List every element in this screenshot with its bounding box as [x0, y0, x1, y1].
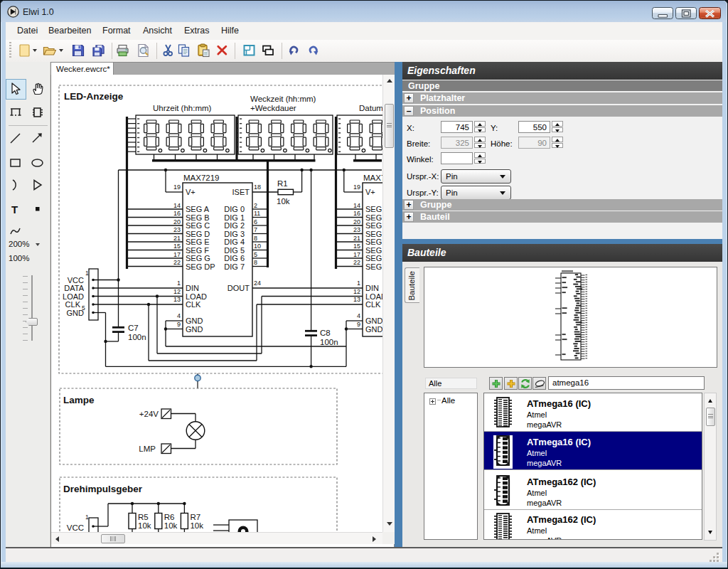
svg-text:11: 11 [254, 210, 260, 217]
svg-text:GND: GND [365, 317, 382, 325]
svg-text:12: 12 [173, 288, 181, 295]
svg-text:CLK: CLK [65, 300, 81, 309]
svg-text:100n: 100n [320, 338, 338, 346]
svg-text:SEG G: SEG G [186, 254, 210, 262]
svg-text:23: 23 [353, 226, 360, 233]
svg-text:GND: GND [186, 317, 203, 325]
svg-text:1: 1 [177, 280, 181, 287]
svg-text:DIN: DIN [365, 284, 379, 292]
svg-text:SEG DP: SEG DP [186, 262, 215, 271]
svg-text:12: 12 [353, 288, 360, 295]
svg-text:21: 21 [173, 235, 181, 242]
svg-text:DATA: DATA [64, 284, 84, 292]
svg-text:2: 2 [254, 202, 257, 209]
svg-text:15: 15 [353, 243, 360, 250]
svg-text:DIN: DIN [186, 284, 199, 292]
svg-text:SEG B: SEG B [365, 213, 382, 222]
svg-text:1: 1 [85, 270, 89, 277]
svg-text:SEG G: SEG G [365, 254, 382, 262]
svg-text:SEG D: SEG D [365, 230, 382, 238]
svg-text:V+: V+ [186, 188, 196, 196]
svg-text:VCC: VCC [67, 523, 84, 532]
svg-text:19: 19 [173, 184, 181, 191]
svg-text:5: 5 [82, 304, 85, 312]
svg-text:13: 13 [173, 296, 181, 303]
svg-text:9: 9 [357, 321, 360, 328]
svg-text:DIG 5: DIG 5 [224, 246, 245, 255]
svg-text:100n: 100n [128, 333, 146, 341]
svg-text:SEG E: SEG E [365, 238, 382, 246]
svg-text:22: 22 [353, 259, 360, 266]
svg-text:LOAD: LOAD [365, 292, 382, 301]
svg-text:21: 21 [353, 235, 360, 242]
svg-text:6: 6 [254, 218, 257, 225]
svg-text:DIG 2: DIG 2 [224, 221, 245, 230]
svg-text:SEG A: SEG A [365, 205, 382, 213]
svg-text:1: 1 [85, 514, 89, 521]
svg-text:DIG 0: DIG 0 [224, 205, 245, 213]
svg-text:DIG 1: DIG 1 [224, 213, 245, 222]
svg-text:SEG D: SEG D [186, 230, 210, 238]
svg-text:LED-Anzeige: LED-Anzeige [64, 91, 124, 102]
svg-text:Lampe: Lampe [63, 395, 95, 405]
svg-text:DIG 7: DIG 7 [224, 262, 245, 271]
svg-text:SEG C: SEG C [186, 221, 210, 230]
svg-text:Weckzeit (hh:mm): Weckzeit (hh:mm) [250, 95, 316, 103]
svg-text:SEG F: SEG F [365, 246, 382, 255]
svg-text:8: 8 [254, 259, 257, 266]
svg-text:16: 16 [353, 210, 360, 217]
svg-text:14: 14 [173, 202, 181, 209]
svg-text:Drehimpulsgeber: Drehimpulsgeber [63, 484, 143, 494]
svg-text:R6: R6 [164, 513, 175, 521]
svg-text:R1: R1 [277, 179, 288, 188]
svg-text:SEG C: SEG C [365, 221, 382, 230]
svg-text:LOAD: LOAD [63, 292, 84, 301]
svg-text:19: 19 [353, 184, 360, 191]
svg-text:C8: C8 [320, 329, 331, 337]
svg-text:+24V: +24V [139, 410, 159, 418]
svg-text:MAX7219: MAX7219 [363, 174, 382, 182]
svg-text:22: 22 [173, 259, 181, 266]
svg-text:13: 13 [353, 296, 360, 303]
svg-text:SEG A: SEG A [186, 205, 210, 213]
svg-text:10k: 10k [138, 521, 151, 530]
svg-text:V+: V+ [365, 188, 375, 196]
svg-text:GND: GND [186, 325, 203, 334]
svg-text:9: 9 [177, 321, 181, 328]
svg-text:10k: 10k [164, 521, 178, 530]
svg-text:23: 23 [173, 226, 181, 233]
svg-text:16: 16 [173, 210, 181, 217]
svg-text:SEG F: SEG F [186, 246, 209, 255]
svg-text:DIG 4: DIG 4 [224, 238, 245, 246]
svg-text:15: 15 [173, 243, 181, 250]
svg-text:CLK: CLK [186, 300, 201, 309]
svg-text:7: 7 [254, 226, 257, 233]
svg-text:LMP: LMP [139, 445, 156, 453]
svg-text:10k: 10k [277, 197, 290, 206]
svg-text:24: 24 [254, 280, 261, 287]
svg-text:20: 20 [353, 218, 360, 225]
svg-text:Uhrzeit (hh:mm): Uhrzeit (hh:mm) [153, 104, 212, 112]
svg-text:LOAD: LOAD [186, 292, 207, 301]
svg-text:CLK: CLK [365, 300, 381, 309]
svg-text:GND: GND [365, 325, 382, 334]
svg-text:10k: 10k [190, 521, 203, 530]
svg-text:20: 20 [173, 218, 181, 225]
svg-text:4: 4 [177, 312, 181, 319]
svg-text:SEG D: SEG D [365, 262, 382, 271]
svg-text:DIG 3: DIG 3 [224, 230, 245, 238]
svg-text:17: 17 [353, 251, 360, 258]
svg-text:17: 17 [173, 251, 181, 258]
svg-text:DIG 6: DIG 6 [224, 254, 245, 262]
svg-text:VCC: VCC [68, 276, 84, 284]
svg-text:MAX7219: MAX7219 [183, 174, 220, 182]
svg-text:+Weckdauer: +Weckdauer [250, 104, 296, 112]
svg-text:14: 14 [353, 202, 360, 209]
svg-text:C7: C7 [128, 324, 139, 332]
svg-text:10: 10 [254, 243, 261, 250]
svg-text:18: 18 [254, 184, 261, 191]
svg-text:R7: R7 [190, 513, 200, 521]
svg-text:8: 8 [254, 235, 257, 242]
svg-text:4: 4 [357, 312, 360, 319]
svg-text:SEG B: SEG B [186, 213, 210, 222]
